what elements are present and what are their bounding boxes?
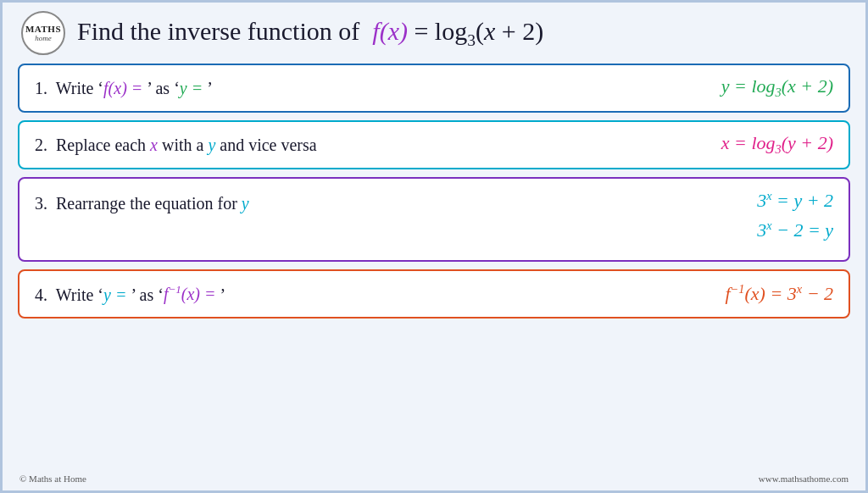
step-1-end: ’: [207, 79, 213, 97]
step-3-formula2: 3x − 2 = y: [757, 219, 833, 241]
step-2-viceversa: and vice versa: [215, 136, 316, 154]
footer: © Maths at Home www.mathsathome.com: [18, 470, 850, 484]
page-wrapper: MATHS home Find the inverse function of …: [3, 3, 865, 490]
step-4-end: ’: [220, 285, 225, 303]
step-3-number: 3. Rearrange the equation for: [35, 194, 242, 213]
step-2-formula: x = log3(y + 2): [721, 132, 833, 157]
step-1-text: 1. Write ‘f(x) = ’ as ‘y = ’: [35, 79, 213, 98]
step-2-number: 2. Replace each: [35, 136, 150, 154]
step-4-text: 4. Write ‘y = ’ as ‘f−1(x) = ’: [35, 284, 225, 305]
footer-right: www.mathsathome.com: [759, 474, 849, 484]
title-equals: = log: [414, 17, 467, 45]
title-sub3: 3: [467, 31, 476, 49]
step-3-left: 3. Rearrange the equation for y: [35, 187, 757, 213]
steps-container: 1. Write ‘f(x) = ’ as ‘y = ’ y = log3(x …: [18, 64, 850, 470]
step-3-formula1: 3x = y + 2: [757, 189, 833, 212]
step-1-y: y =: [180, 79, 207, 97]
step-2-box: 2. Replace each x with a y and vice vers…: [18, 120, 850, 169]
step-4-box: 4. Write ‘y = ’ as ‘f−1(x) = ’ f−1(x) = …: [18, 269, 850, 319]
step-4-number: 4. Write ‘: [35, 285, 103, 303]
footer-left: © Maths at Home: [19, 474, 86, 484]
step-1-formula: y = log3(x + 2): [721, 75, 833, 100]
step-2-text: 2. Replace each x with a y and vice vers…: [35, 136, 317, 155]
step-4-formula: f−1(x) = 3x − 2: [726, 282, 833, 305]
step-3-text: 3. Rearrange the equation for y: [35, 194, 249, 213]
step-1-number: 1. Write ‘: [35, 79, 103, 97]
logo: MATHS home: [21, 11, 65, 55]
title-formula-fx: f(x): [372, 17, 408, 45]
step-2-witha: with a: [158, 136, 208, 154]
step-4-y: y =: [103, 285, 131, 303]
header: MATHS home Find the inverse function of …: [18, 11, 850, 55]
step-4-as: ’ as ‘: [131, 285, 164, 303]
step-4-finv: f−1(x) =: [164, 285, 220, 303]
step-2-x: x: [150, 136, 158, 154]
logo-maths: MATHS: [25, 24, 61, 34]
step-3-right: 3x = y + 2 3x − 2 = y: [757, 187, 833, 242]
step-1-as: ’ as ‘: [147, 79, 180, 97]
step-1-box: 1. Write ‘f(x) = ’ as ‘y = ’ y = log3(x …: [18, 64, 850, 113]
step-2-y: y: [208, 136, 215, 154]
title-paren: (x + 2): [476, 17, 543, 45]
logo-home: home: [35, 34, 52, 42]
page-title: Find the inverse function of f(x) = log3…: [77, 17, 543, 50]
step-3-y: y: [242, 194, 249, 213]
step-3-box: 3. Rearrange the equation for y 3x = y +…: [18, 177, 850, 262]
step-1-fx: f(x) =: [103, 79, 147, 97]
